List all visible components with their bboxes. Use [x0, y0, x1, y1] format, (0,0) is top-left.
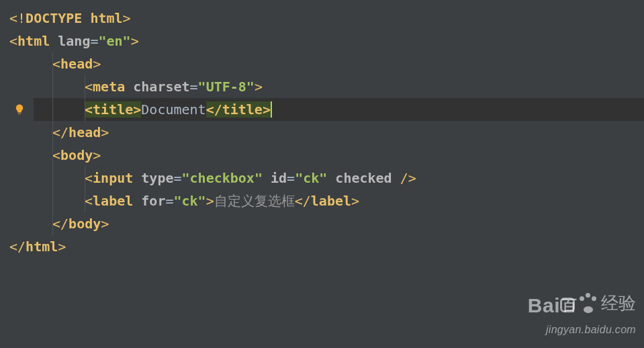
code-line[interactable]: <meta charset="UTF-8"> — [0, 75, 644, 98]
code-line[interactable]: <label for="ck">自定义复选框</label> — [0, 189, 644, 212]
watermark: Bai百 经验 jingyan.baidu.com — [528, 289, 636, 341]
token-tag-name: html — [17, 33, 50, 49]
token-attr: charset — [133, 79, 189, 95]
token-tag-angle: > — [58, 238, 66, 255]
watermark-url: jingyan.baidu.com — [528, 318, 636, 341]
code-area[interactable]: <!DOCTYPE html><html lang="en"><head><me… — [0, 0, 644, 258]
code-line[interactable]: <title>Document</title> — [0, 98, 644, 121]
indent-guide — [52, 121, 53, 144]
token-tag-angle: > — [93, 56, 101, 72]
token-text — [133, 170, 141, 186]
token-tag-angle: /> — [400, 170, 416, 186]
code-line[interactable]: </head> — [0, 121, 644, 144]
indent-guide — [85, 98, 85, 121]
token-tag-angle: < — [85, 170, 93, 186]
indent-guide — [52, 98, 53, 121]
code-line[interactable]: <html lang="en"> — [0, 30, 644, 52]
code-line[interactable]: </body> — [0, 212, 644, 235]
token-hl-tag: </title> — [206, 101, 271, 118]
code-line[interactable]: <!DOCTYPE html> — [0, 7, 644, 30]
token-tag-angle: < — [85, 79, 93, 95]
indent-guide — [52, 144, 53, 167]
lightbulb-icon[interactable] — [13, 99, 26, 112]
token-tag-angle: > — [131, 33, 139, 49]
watermark-brand: Bai — [528, 294, 560, 316]
token-tag-angle: < — [85, 193, 93, 209]
indent-guide — [52, 75, 53, 98]
indent-guide — [85, 167, 85, 189]
token-attr: checked — [335, 170, 392, 186]
token-text — [392, 170, 400, 186]
token-tag-angle: </ — [295, 193, 311, 209]
token-eq: = — [90, 33, 98, 49]
code-line[interactable]: <head> — [0, 52, 644, 75]
token-tag-name: input — [93, 170, 133, 186]
token-attr: for — [141, 193, 165, 209]
token-eq: = — [165, 193, 173, 209]
token-tag-angle: </ — [9, 238, 26, 255]
token-tag-name: head — [60, 56, 93, 72]
token-string: "UTF-8" — [198, 79, 255, 95]
token-string: "ck" — [173, 193, 205, 209]
token-string: "checkbox" — [182, 170, 263, 186]
watermark-cn: 经验 — [601, 292, 636, 314]
token-attr: id — [271, 170, 287, 186]
token-tag-name: html — [90, 10, 122, 26]
token-eq: = — [287, 170, 295, 186]
token-tag-angle: > — [123, 10, 131, 26]
code-line[interactable]: <body> — [0, 144, 644, 167]
indent-guide — [52, 167, 53, 189]
token-text — [82, 10, 90, 26]
caret — [271, 101, 272, 118]
paw-icon — [579, 285, 597, 313]
token-hl-tag: <title> — [85, 101, 141, 118]
token-tag-angle: > — [351, 193, 359, 209]
token-tag-angle: > — [206, 193, 214, 209]
code-editor[interactable]: <!DOCTYPE html><html lang="en"><head><me… — [0, 0, 644, 348]
indent-guide — [52, 52, 53, 75]
token-text — [125, 79, 133, 95]
token-tag-name: html — [26, 238, 58, 255]
indent-guide — [52, 189, 53, 212]
token-string: "en" — [98, 33, 130, 49]
code-line[interactable]: <input type="checkbox" id="ck" checked /… — [0, 167, 644, 189]
token-text: Document — [141, 101, 205, 118]
code-line[interactable]: </html> — [0, 235, 644, 258]
token-text-cjk: 自定义复选框 — [214, 193, 295, 209]
token-tag-name: label — [311, 193, 351, 209]
token-tag-angle: < — [52, 56, 60, 72]
token-tag-angle: > — [255, 79, 263, 95]
token-tag-name: body — [68, 216, 101, 232]
token-string: "ck" — [295, 170, 327, 186]
indent-guide — [85, 189, 85, 212]
token-eq: = — [190, 79, 198, 95]
token-attr: lang — [58, 33, 90, 49]
token-text — [133, 193, 141, 209]
token-text — [263, 170, 271, 186]
token-text — [327, 170, 335, 186]
token-tag-angle: < — [9, 33, 17, 49]
token-tag-angle: </ — [52, 216, 68, 232]
indent-guide — [52, 212, 53, 235]
indent-guide — [85, 75, 85, 98]
token-tag-name: DOCTYPE — [26, 10, 82, 26]
watermark-brand-box: 百 — [560, 298, 575, 312]
token-tag-name: meta — [93, 79, 125, 95]
token-eq: = — [173, 170, 181, 186]
token-tag-name: label — [93, 193, 133, 209]
token-tag-angle: > — [101, 124, 109, 140]
token-attr: type — [141, 170, 173, 186]
token-tag-name: body — [60, 147, 93, 163]
token-tag-angle: > — [101, 216, 109, 232]
token-tag-angle: > — [93, 147, 101, 163]
token-text — [50, 33, 58, 49]
token-tag-angle: </ — [52, 124, 68, 140]
token-tag-angle: <! — [9, 10, 26, 26]
token-tag-angle: < — [52, 147, 60, 163]
token-tag-name: head — [68, 124, 101, 140]
